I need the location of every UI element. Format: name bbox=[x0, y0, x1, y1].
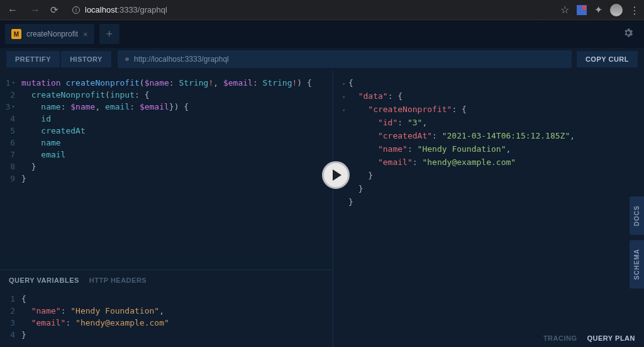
copy-curl-button[interactable]: COPY CURL bbox=[577, 51, 638, 67]
history-button[interactable]: HISTORY bbox=[61, 51, 111, 67]
docs-tab[interactable]: DOCS bbox=[630, 196, 644, 235]
address-bar[interactable]: i localhost:3333/graphql bbox=[66, 3, 548, 18]
url-text: localhost:3333/graphql bbox=[85, 5, 167, 14]
browser-menu-icon[interactable]: ⋯ bbox=[629, 6, 641, 14]
playground-toolbar: PRETTIFY HISTORY http://localhost:3333/g… bbox=[0, 48, 644, 71]
tab-label: createNonprofit bbox=[26, 30, 78, 38]
reload-button[interactable]: ⟳ bbox=[50, 4, 58, 16]
browser-toolbar: ← → ⟳ i localhost:3333/graphql ☆ ✦ ⋯ bbox=[0, 0, 644, 20]
line-gutter: 1▾ 2 3▾ 4 5 6 7 8 9 bbox=[0, 77, 19, 263]
side-tabs: DOCS SCHEMA bbox=[630, 196, 644, 288]
response-pane[interactable]: ▾{ ▾ "data": { ▾ "createNonprofit": { "i… bbox=[333, 71, 644, 347]
settings-icon[interactable] bbox=[618, 27, 639, 42]
chrome-actions: ☆ ✦ ⋯ bbox=[560, 4, 639, 16]
tab-query-variables[interactable]: QUERY VARIABLES bbox=[9, 276, 79, 284]
variables-section: QUERY VARIABLES HTTP HEADERS 1 2 3 4 { "… bbox=[0, 270, 333, 347]
variables-code[interactable]: { "name": "Hendy Foundation", "email": "… bbox=[19, 293, 333, 341]
variables-editor[interactable]: 1 2 3 4 { "name": "Hendy Foundation", "e… bbox=[0, 290, 333, 347]
profile-avatar[interactable] bbox=[610, 4, 623, 16]
extensions-icon[interactable]: ✦ bbox=[594, 4, 602, 16]
extension-icon[interactable] bbox=[577, 5, 587, 15]
vars-gutter: 1 2 3 4 bbox=[0, 293, 19, 341]
play-icon bbox=[333, 169, 341, 181]
query-code[interactable]: mutation createNonprofit($name: String!,… bbox=[19, 77, 333, 263]
query-editor[interactable]: 1▾ 2 3▾ 4 5 6 7 8 9 mutation createNonpr… bbox=[0, 71, 333, 270]
tab-create-nonprofit[interactable]: M createNonprofit × bbox=[5, 24, 94, 44]
playground-tabs: M createNonprofit × + bbox=[0, 20, 644, 48]
bookmark-icon[interactable]: ☆ bbox=[560, 4, 569, 16]
execute-button[interactable] bbox=[322, 161, 350, 189]
back-button[interactable]: ← bbox=[5, 4, 20, 16]
forward-button[interactable]: → bbox=[28, 4, 43, 16]
query-pane: 1▾ 2 3▾ 4 5 6 7 8 9 mutation createNonpr… bbox=[0, 71, 333, 347]
endpoint-input[interactable]: http://localhost:3333/graphql bbox=[118, 50, 572, 68]
svg-rect-1 bbox=[582, 6, 586, 9]
query-plan-tab[interactable]: QUERY PLAN bbox=[587, 334, 635, 342]
close-icon[interactable]: × bbox=[83, 30, 88, 39]
workspace: 1▾ 2 3▾ 4 5 6 7 8 9 mutation createNonpr… bbox=[0, 71, 644, 347]
variables-header: QUERY VARIABLES HTTP HEADERS bbox=[0, 270, 333, 290]
site-info-icon[interactable]: i bbox=[72, 6, 80, 14]
endpoint-status-dot bbox=[125, 57, 129, 61]
response-footer: TRACING QUERY PLAN bbox=[535, 329, 644, 347]
prettify-button[interactable]: PRETTIFY bbox=[6, 51, 60, 67]
add-tab-button[interactable]: + bbox=[99, 24, 119, 44]
graphql-playground: M createNonprofit × + PRETTIFY HISTORY h… bbox=[0, 20, 644, 347]
tab-http-headers[interactable]: HTTP HEADERS bbox=[89, 276, 147, 284]
schema-tab[interactable]: SCHEMA bbox=[630, 240, 644, 288]
tab-badge: M bbox=[11, 29, 21, 39]
tracing-tab[interactable]: TRACING bbox=[543, 334, 577, 342]
endpoint-url: http://localhost:3333/graphql bbox=[134, 55, 229, 64]
